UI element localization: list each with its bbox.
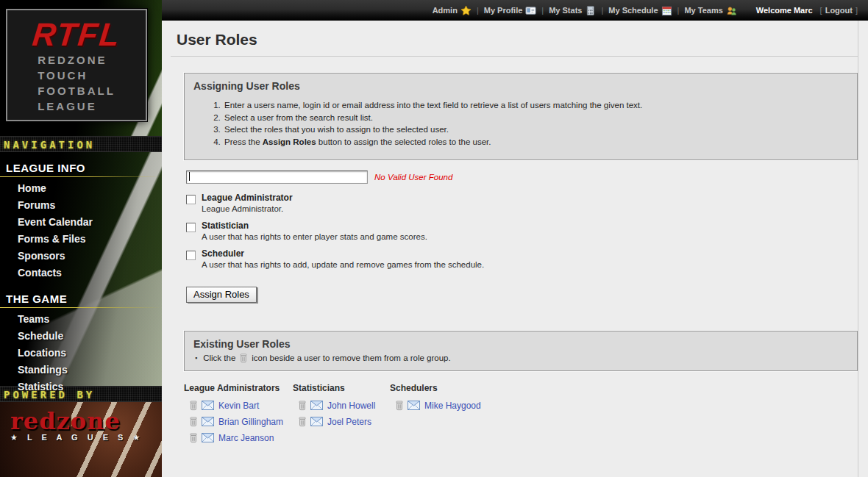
user-row-john-howell: John Howell bbox=[297, 400, 390, 411]
logo-line: REDZONE bbox=[38, 52, 115, 68]
role-checkbox-league-administrator[interactable] bbox=[186, 195, 196, 204]
mail-icon[interactable] bbox=[202, 417, 214, 426]
role-description: A user that has rights to enter player s… bbox=[202, 232, 427, 242]
sidebar-item-forums[interactable]: Forums bbox=[0, 197, 162, 214]
sidebar-item-teams[interactable]: Teams bbox=[0, 311, 162, 328]
sidebar-item-schedule[interactable]: Schedule bbox=[0, 328, 162, 345]
role-text: League AdministratorLeague Administrator… bbox=[202, 193, 293, 214]
instruction-step-3: Select the roles that you wish to assign… bbox=[223, 123, 857, 136]
sidebar-section-title-the-game: THE GAME bbox=[0, 290, 162, 307]
user-search-input[interactable] bbox=[186, 171, 368, 184]
league-logo: RTFL REDZONETOUCHFOOTBALLLEAGUE bbox=[6, 9, 147, 121]
sidebar-item-contacts[interactable]: Contacts bbox=[0, 265, 162, 281]
role-group-league-administrators: League AdministratorsKevin BartBrian Gil… bbox=[184, 383, 293, 448]
bin-icon[interactable] bbox=[188, 400, 199, 411]
group-title: League Administrators bbox=[184, 383, 293, 393]
topbar-item-admin[interactable]: Admin bbox=[433, 5, 472, 16]
logout-bracket-close: ] bbox=[855, 6, 858, 15]
user-link[interactable]: Marc Jeanson bbox=[218, 433, 274, 443]
user-row-joel-peters: Joel Peters bbox=[297, 416, 390, 427]
topbar: Admin|My Profile|My Stats|My Schedule|My… bbox=[162, 0, 868, 21]
logout-link[interactable]: Logout bbox=[825, 6, 853, 15]
role-checkbox-scheduler[interactable] bbox=[186, 251, 196, 260]
powered-by-banner: POWERED BY bbox=[0, 386, 162, 402]
role-description: A user that has rights to add, update an… bbox=[202, 259, 484, 270]
note-pre: Click the bbox=[203, 354, 235, 362]
page-title: User Roles bbox=[177, 31, 858, 49]
mail-icon[interactable] bbox=[310, 401, 323, 410]
logo-line: TOUCH bbox=[38, 68, 115, 83]
vcard-icon bbox=[525, 5, 536, 16]
mail-icon[interactable] bbox=[202, 433, 214, 442]
sidebar-item-home[interactable]: Home bbox=[0, 180, 162, 197]
role-label: Scheduler bbox=[202, 248, 484, 259]
group-title: Statisticians bbox=[293, 383, 390, 393]
bin-icon[interactable] bbox=[394, 400, 405, 411]
topbar-item-my-schedule[interactable]: My Schedule bbox=[608, 5, 672, 16]
football-photo: redzone ★ L E A G U E S ★ bbox=[0, 402, 162, 477]
topbar-item-my-stats[interactable]: My Stats bbox=[549, 5, 596, 16]
sidebar-list: TeamsScheduleLocationsStandingsStatistic… bbox=[0, 311, 162, 395]
user-link[interactable]: Brian Gillingham bbox=[218, 417, 283, 427]
sidebar-nav: LEAGUE INFOHomeForumsEvent CalendarForms… bbox=[0, 152, 162, 386]
topbar-item-label: My Teams bbox=[684, 6, 722, 15]
bin-icon[interactable] bbox=[188, 432, 199, 443]
welcome-text: Welcome Marc bbox=[756, 6, 813, 15]
topbar-item-label: My Profile bbox=[484, 6, 523, 15]
star-icon bbox=[460, 5, 472, 16]
main-area: Admin|My Profile|My Stats|My Schedule|My… bbox=[162, 0, 868, 477]
bin-icon[interactable] bbox=[188, 416, 199, 427]
sidebar-item-locations[interactable]: Locations bbox=[0, 345, 162, 362]
topbar-item-my-teams[interactable]: My Teams bbox=[684, 5, 736, 16]
bin-icon[interactable] bbox=[297, 416, 307, 427]
search-status-message: No Valid User Found bbox=[374, 173, 452, 182]
mail-icon[interactable] bbox=[310, 417, 323, 426]
logo-lines: REDZONETOUCHFOOTBALLLEAGUE bbox=[38, 52, 115, 114]
role-row-statistician: StatisticianA user that has rights to en… bbox=[186, 220, 858, 242]
topbar-item-my-profile[interactable]: My Profile bbox=[484, 5, 537, 16]
content: User Roles Assigning User Roles Enter a … bbox=[162, 21, 868, 477]
redzone-leagues-logo: redzone ★ L E A G U E S ★ bbox=[0, 409, 162, 442]
user-link[interactable]: Mike Haygood bbox=[424, 401, 481, 411]
mail-icon[interactable] bbox=[408, 401, 420, 410]
role-group-schedulers: SchedulersMike Haygood bbox=[390, 383, 481, 448]
topbar-item-label: Admin bbox=[433, 6, 458, 15]
separator: | bbox=[541, 6, 544, 15]
role-checkbox-statistician[interactable] bbox=[186, 223, 196, 232]
topbar-item-label: My Schedule bbox=[608, 6, 658, 15]
existing-roles-columns: League AdministratorsKevin BartBrian Gil… bbox=[184, 383, 858, 448]
bin-icon[interactable] bbox=[297, 400, 307, 411]
right-divider bbox=[858, 21, 858, 477]
logo-acronym: RTFL bbox=[31, 17, 123, 52]
sidebar-item-event-calendar[interactable]: Event Calendar bbox=[0, 214, 162, 231]
assign-roles-button[interactable]: Assign Roles bbox=[186, 287, 257, 303]
role-description: League Administrator. bbox=[202, 204, 293, 214]
topbar-menu: Admin|My Profile|My Stats|My Schedule|My… bbox=[433, 5, 737, 16]
assign-box-title: Assigning User Roles bbox=[185, 73, 857, 93]
navigation-banner: NAVIGATION bbox=[0, 136, 162, 152]
user-row-brian-gillingham: Brian Gillingham bbox=[188, 416, 293, 427]
user-link[interactable]: John Howell bbox=[327, 401, 375, 411]
sidebar-item-sponsors[interactable]: Sponsors bbox=[0, 248, 162, 265]
role-row-league-administrator: League AdministratorLeague Administrator… bbox=[186, 193, 858, 214]
role-text: SchedulerA user that has rights to add, … bbox=[202, 248, 484, 270]
separator: | bbox=[677, 6, 680, 15]
yellow-divider bbox=[0, 176, 162, 177]
existing-user-roles-box: Existing User Roles ▪ Click the icon bes… bbox=[184, 331, 858, 371]
mail-icon[interactable] bbox=[202, 401, 214, 410]
sidebar-logo-area: RTFL REDZONETOUCHFOOTBALLLEAGUE bbox=[0, 0, 162, 136]
user-link[interactable]: Kevin Bart bbox=[218, 401, 259, 411]
topbar-item-label: My Stats bbox=[549, 6, 582, 15]
sidebar-section-title-league-info: LEAGUE INFO bbox=[0, 159, 162, 176]
remove-note: ▪ Click the icon beside a user to remove… bbox=[185, 351, 857, 370]
sidebar-item-forms-files[interactable]: Forms & Files bbox=[0, 231, 162, 248]
user-row-kevin-bart: Kevin Bart bbox=[188, 400, 293, 411]
logout-bracket-open: [ bbox=[820, 6, 822, 15]
sidebar-list: HomeForumsEvent CalendarForms & FilesSpo… bbox=[0, 180, 162, 281]
role-label: Statistician bbox=[202, 220, 427, 232]
logo-line: LEAGUE bbox=[38, 98, 115, 114]
sidebar-item-standings[interactable]: Standings bbox=[0, 362, 162, 379]
role-label: League Administrator bbox=[202, 193, 293, 204]
user-link[interactable]: Joel Peters bbox=[327, 417, 371, 427]
bullet-icon: ▪ bbox=[195, 354, 197, 362]
